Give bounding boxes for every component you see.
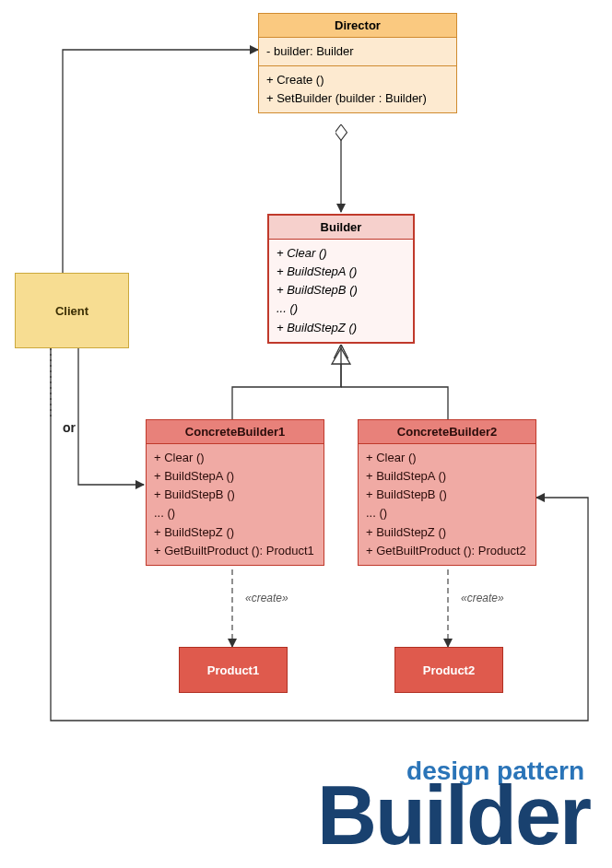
class-product1: Product1: [179, 647, 288, 693]
edge-client-concretebuilder1: [78, 348, 144, 485]
generalization-arrowhead: [332, 348, 350, 364]
class-builder: Builder + Clear () + BuildStepA () + Bui…: [267, 214, 415, 344]
method: ... (): [366, 504, 528, 522]
method: + Create (): [266, 71, 449, 89]
or-label: or: [63, 420, 76, 435]
edge-builder-cb2: [341, 387, 448, 419]
diagram-title: design pattern Builder: [317, 758, 590, 856]
methods-section: + Clear () + BuildStepA () + BuildStepB …: [359, 444, 536, 565]
methods-section: + Clear () + BuildStepA () + BuildStepB …: [269, 240, 413, 342]
method: + BuildStepA (): [366, 467, 528, 486]
class-concretebuilder2: ConcreteBuilder2 + Clear () + BuildStepA…: [358, 419, 536, 566]
class-title: Builder: [269, 216, 413, 240]
edge-client-director: [63, 50, 258, 273]
class-title: Client: [55, 304, 88, 318]
class-title: Product1: [207, 663, 259, 677]
class-director: Director - builder: Builder + Create () …: [258, 13, 457, 113]
method: + BuildStepA (): [277, 263, 406, 281]
methods-section: + Create () + SetBuilder (builder : Buil…: [259, 65, 456, 112]
attributes-section: - builder: Builder: [259, 38, 456, 65]
method: + BuildStepZ (): [277, 319, 406, 337]
title-main: Builder: [317, 777, 590, 856]
method: + BuildStepB (): [277, 281, 406, 299]
class-title: Product2: [423, 663, 475, 677]
method: + Clear (): [154, 449, 316, 467]
class-title: ConcreteBuilder1: [147, 420, 324, 444]
method: + BuildStepZ (): [154, 523, 316, 542]
class-product2: Product2: [394, 647, 503, 693]
method: + GetBuiltProduct (): Product1: [154, 542, 316, 560]
class-concretebuilder1: ConcreteBuilder1 + Clear () + BuildStepA…: [146, 419, 324, 566]
method: + SetBuilder (builder : Builder): [266, 89, 449, 108]
method: + GetBuiltProduct (): Product2: [366, 542, 528, 560]
class-title: Director: [259, 14, 456, 38]
method: + Clear (): [366, 449, 528, 467]
create-label-2: «create»: [461, 592, 504, 604]
method: + Clear (): [277, 244, 406, 263]
method: + BuildStepB (): [366, 486, 528, 504]
method: + BuildStepA (): [154, 467, 316, 486]
method: ... (): [277, 299, 406, 318]
class-client: Client: [15, 273, 129, 348]
class-title: ConcreteBuilder2: [359, 420, 536, 444]
methods-section: + Clear () + BuildStepA () + BuildStepB …: [147, 444, 324, 565]
create-label-1: «create»: [245, 592, 288, 604]
attribute: - builder: Builder: [266, 42, 449, 61]
method: ... (): [154, 504, 316, 522]
edge-builder-cb1: [232, 364, 341, 419]
method: + BuildStepZ (): [366, 523, 528, 542]
method: + BuildStepB (): [154, 486, 316, 504]
